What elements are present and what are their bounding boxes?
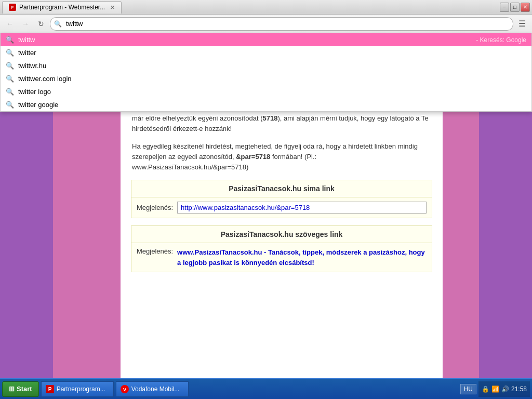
autocomplete-item-google-search[interactable]: 🔍 twittw - Keresés: Google bbox=[1, 33, 531, 46]
sima-link-box: PasizasiTanacsok.hu sima link Megjelenés… bbox=[131, 180, 432, 218]
sys-icon-2: 📶 bbox=[491, 385, 499, 393]
suggestion-text-twittwr-hu: twittwr.hu bbox=[18, 62, 526, 70]
taskbar: ⊞ Start P Partnerprogram... V Vodafone M… bbox=[0, 378, 532, 399]
sima-link-input[interactable] bbox=[177, 202, 427, 214]
szo-link-box: PasizasiTanacsok.hu szöveges link Megjel… bbox=[131, 225, 432, 272]
body-paragraph-2: Ha egyedileg készítenél hirdetést, megte… bbox=[131, 141, 432, 172]
sima-link-title: PasizasiTanacsok.hu sima link bbox=[131, 180, 432, 197]
title-bar: P Partnerprogram - Webmester... ✕ − □ ✕ bbox=[0, 0, 532, 15]
autocomplete-item-twitter-google[interactable]: 🔍 twitter google bbox=[1, 98, 531, 111]
autocomplete-item-twitter[interactable]: 🔍 twitter bbox=[1, 46, 531, 59]
back-button[interactable]: ← bbox=[3, 17, 17, 31]
address-bar-search-icon: 🔍 bbox=[54, 20, 62, 28]
address-bar-container: 🔍 bbox=[50, 17, 513, 31]
language-indicator: HU bbox=[460, 384, 476, 394]
tab-strip: P Partnerprogram - Webmester... ✕ bbox=[2, 1, 122, 14]
sys-icon-3: 🔊 bbox=[501, 385, 509, 393]
sima-link-row: Megjelenés: bbox=[131, 197, 432, 218]
active-tab[interactable]: P Partnerprogram - Webmester... ✕ bbox=[2, 1, 122, 14]
tab-title: Partnerprogram - Webmester... bbox=[19, 4, 105, 11]
szo-link-anchor[interactable]: www.PasizasiTanacsok.hu - Tanácsok, tipp… bbox=[177, 248, 425, 267]
svg-text:V: V bbox=[123, 387, 126, 392]
search-icon-3: 🔍 bbox=[6, 62, 14, 70]
partnerprogram-icon: P bbox=[46, 385, 54, 393]
svg-text:P: P bbox=[48, 387, 51, 392]
search-icon: 🔍 bbox=[6, 36, 14, 44]
tab-close-button[interactable]: ✕ bbox=[110, 4, 115, 11]
vodafone-icon: V bbox=[121, 385, 129, 393]
search-icon-6: 🔍 bbox=[6, 101, 14, 109]
szo-link-content: Megjelenés: www.PasizasiTanacsok.hu - Ta… bbox=[131, 243, 432, 272]
autocomplete-item-twitter-logo[interactable]: 🔍 twitter logo bbox=[1, 85, 531, 98]
address-bar[interactable] bbox=[50, 17, 513, 31]
window-controls: − □ ✕ bbox=[500, 3, 530, 12]
taskbar-item-vodafone-label: Vodafone Mobil... bbox=[131, 385, 180, 393]
taskbar-right: HU 🔒 📶 🔊 21:58 bbox=[460, 381, 530, 397]
autocomplete-dropdown: 🔍 twittw - Keresés: Google 🔍 twitter 🔍 t… bbox=[0, 33, 532, 112]
start-button[interactable]: ⊞ Start bbox=[2, 381, 39, 397]
tab-favicon: P bbox=[9, 4, 16, 11]
param-bold: &par=5718 bbox=[236, 153, 270, 161]
system-tray: 🔒 📶 🔊 21:58 bbox=[478, 381, 530, 397]
szo-link-display: www.PasizasiTanacsok.hu - Tanácsok, tipp… bbox=[177, 247, 427, 268]
autocomplete-item-twittwr-hu[interactable]: 🔍 twittwr.hu bbox=[1, 59, 531, 72]
suggestion-text-twitter: twitter bbox=[18, 49, 526, 57]
suggestion-text-twitter-google: twitter google bbox=[18, 101, 526, 109]
user-id: 5718 bbox=[262, 114, 277, 122]
clock: 21:58 bbox=[511, 385, 527, 393]
forward-button[interactable]: → bbox=[19, 17, 32, 31]
search-icon-2: 🔍 bbox=[6, 49, 14, 57]
start-icon: ⊞ bbox=[9, 385, 15, 393]
google-label: - Keresés: Google bbox=[476, 36, 526, 44]
sima-link-label: Megjelenés: bbox=[137, 204, 173, 211]
autocomplete-item-twittwer-login[interactable]: 🔍 twittwer.com login bbox=[1, 72, 531, 85]
search-icon-5: 🔍 bbox=[6, 88, 14, 96]
menu-button[interactable]: ☰ bbox=[515, 17, 529, 31]
szo-link-title: PasizasiTanacsok.hu szöveges link bbox=[131, 226, 432, 243]
suggestion-text-twittw: twittw bbox=[18, 36, 472, 44]
maximize-button[interactable]: □ bbox=[510, 3, 520, 12]
sys-icon-1: 🔒 bbox=[482, 385, 489, 393]
suggestion-text-twittwer-login: twittwer.com login bbox=[18, 75, 526, 83]
taskbar-item-partnerprogram-label: Partnerprogram... bbox=[57, 385, 105, 393]
szo-link-label: Megjelenés: bbox=[137, 247, 173, 268]
nav-bar: ← → ↻ 🔍 ☰ bbox=[0, 15, 532, 33]
search-icon-4: 🔍 bbox=[6, 75, 14, 83]
taskbar-item-partnerprogram[interactable]: P Partnerprogram... bbox=[41, 381, 114, 397]
suggestion-text-twitter-logo: twitter logo bbox=[18, 88, 526, 96]
minimize-button[interactable]: − bbox=[500, 3, 509, 12]
start-label: Start bbox=[17, 385, 32, 393]
close-button[interactable]: ✕ bbox=[521, 3, 530, 12]
taskbar-item-vodafone[interactable]: V Vodafone Mobil... bbox=[116, 381, 189, 397]
reload-button[interactable]: ↻ bbox=[34, 17, 48, 31]
